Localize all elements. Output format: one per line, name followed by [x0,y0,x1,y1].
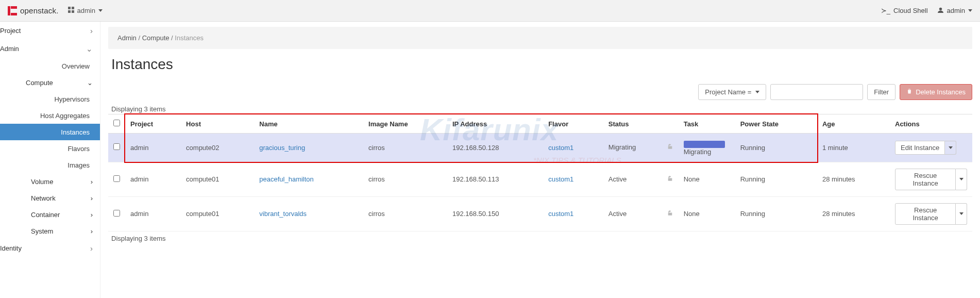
sidebar-label: System [31,227,53,235]
cloud-shell-label: Cloud Shell [893,7,928,14]
sidebar-item-identity[interactable]: Identity › [0,239,100,257]
column-header[interactable]: Flavor [543,114,603,134]
name-link[interactable]: vibrant_torvalds [259,210,307,218]
chevron-right-icon: › [90,26,93,35]
progress-bar [684,141,725,148]
openstack-logo-icon [8,6,17,15]
sidebar-item-images[interactable]: Images [0,157,100,173]
cell-actions: Edit Instance [890,134,972,162]
cell-actions: Rescue Instance [890,162,972,196]
chevron-right-icon: › [91,227,93,235]
sidebar-item-compute[interactable]: Compute ⌄ [0,74,100,91]
filter-button[interactable]: Filter [867,84,895,100]
cell-image: cirros [363,162,447,196]
column-header[interactable]: Host [181,114,254,134]
name-link[interactable]: peaceful_hamilton [259,175,314,183]
name-link[interactable]: gracious_turing [259,144,305,152]
flavor-link[interactable]: custom1 [548,144,573,152]
caret-down-icon [755,91,759,93]
breadcrumb-admin[interactable]: Admin [117,34,137,42]
caret-down-icon [949,146,953,149]
sidebar-item-volume[interactable]: Volume › [0,173,100,190]
filter-field-label: Project Name = [705,88,751,96]
flavor-link[interactable]: custom1 [548,175,573,183]
cell-name[interactable]: peaceful_hamilton [254,162,363,196]
breadcrumb-sep: / [138,34,140,42]
row-checkbox[interactable] [113,143,120,150]
column-header[interactable]: Name [254,114,363,134]
delete-instances-button[interactable]: Delete Instances [900,84,972,100]
breadcrumb-compute[interactable]: Compute [142,34,170,42]
svg-rect-1 [11,6,17,9]
select-all-checkbox[interactable] [113,120,120,126]
cloud-shell-button[interactable]: ≻_ Cloud Shell [881,7,928,14]
cell-status: Migrating [603,134,679,162]
cell-image: cirros [363,134,447,162]
brand[interactable]: openstack. [8,6,59,15]
column-header[interactable]: Actions [890,114,972,134]
sidebar: Project › Admin ⌄ Overview Compute ⌄ Hyp… [0,22,100,298]
cell-task: None [679,162,735,196]
sidebar-label: Project [0,27,21,35]
row-action-button[interactable]: Rescue Instance [895,203,956,225]
cell-name[interactable]: gracious_turing [254,134,363,162]
sidebar-label: Images [67,161,90,169]
cell-age: 1 minute [817,134,890,162]
cell-host: compute01 [181,162,254,196]
sidebar-label: Admin [0,45,19,53]
sidebar-item-admin[interactable]: Admin ⌄ [0,40,100,58]
cell-name[interactable]: vibrant_torvalds [254,196,363,231]
cell-ip: 192.168.50.128 [447,134,543,162]
sidebar-label: Overview [62,62,90,70]
flavor-link[interactable]: custom1 [548,210,573,218]
row-action-dropdown[interactable] [945,141,956,155]
row-checkbox[interactable] [113,210,120,217]
sidebar-item-container[interactable]: Container › [0,206,100,223]
cell-ip: 192.168.50.150 [447,196,543,231]
column-header[interactable]: Image Name [363,114,447,134]
sidebar-item-flavors[interactable]: Flavors [0,140,100,157]
shell-prompt-icon: ≻_ [881,7,890,14]
sidebar-item-network[interactable]: Network › [0,190,100,206]
filter-field-dropdown[interactable]: Project Name = [698,84,766,100]
filter-input[interactable] [770,84,863,100]
cell-flavor[interactable]: custom1 [543,196,603,231]
table-row: admincompute01peaceful_hamiltoncirros192… [108,162,972,196]
column-header[interactable]: Age [817,114,890,134]
column-header[interactable]: Status [603,114,679,134]
column-header[interactable]: Power State [735,114,817,134]
sidebar-item-overview[interactable]: Overview [0,58,100,74]
row-checkbox[interactable] [113,175,120,182]
sidebar-item-system[interactable]: System › [0,223,100,239]
cell-age: 28 minutes [817,196,890,231]
project-name: admin [77,7,95,14]
sidebar-item-hypervisors[interactable]: Hypervisors [0,91,100,107]
user-menu[interactable]: admin [937,7,972,15]
user-label: admin [947,7,965,14]
sidebar-item-host-aggregates[interactable]: Host Aggregates [0,107,100,124]
cell-flavor[interactable]: custom1 [543,162,603,196]
caret-down-icon [959,212,964,215]
project-switcher[interactable]: admin [68,7,103,14]
breadcrumb: Admin / Compute / Instances [108,27,972,49]
cell-power: Running [735,134,817,162]
column-header[interactable]: Project [125,114,181,134]
toolbar: Project Name = Filter Delete Instances [108,84,972,100]
breadcrumb-sep: / [171,34,173,42]
column-header[interactable]: IP Address [447,114,543,134]
sidebar-item-project[interactable]: Project › [0,22,100,40]
row-action-button[interactable]: Edit Instance [895,141,945,155]
sidebar-label: Instances [61,128,90,136]
cell-ip: 192.168.50.113 [447,162,543,196]
row-action-dropdown[interactable] [956,169,967,190]
table-row: admincompute01vibrant_torvaldscirros192.… [108,196,972,231]
cell-flavor[interactable]: custom1 [543,134,603,162]
cell-status: Active [603,162,679,196]
sidebar-label: Identity [0,244,22,252]
cell-power: Running [735,196,817,231]
sidebar-label: Network [31,194,56,202]
column-header[interactable]: Task [679,114,735,134]
sidebar-item-instances[interactable]: Instances [0,124,100,140]
row-action-button[interactable]: Rescue Instance [895,169,956,190]
row-action-dropdown[interactable] [956,203,967,225]
